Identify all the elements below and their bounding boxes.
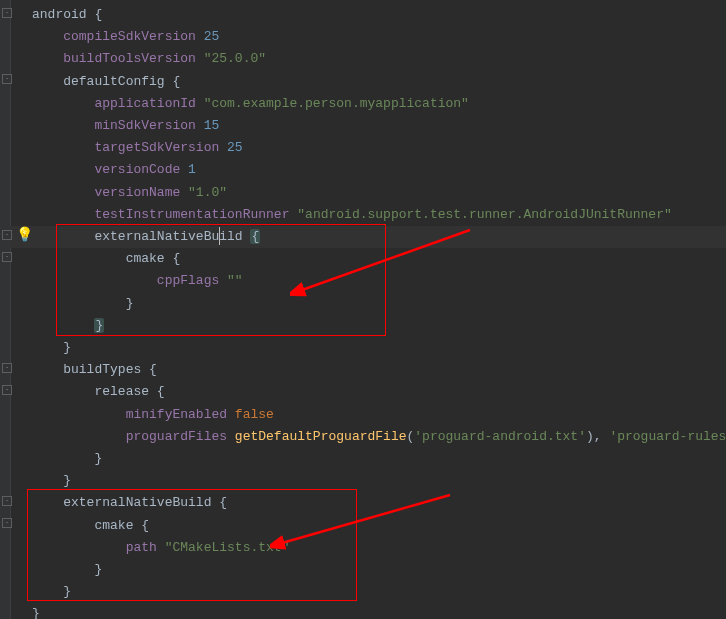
code-line[interactable]: testInstrumentationRunner "android.suppo… [32, 207, 672, 222]
code-line[interactable]: cmake { [32, 518, 149, 533]
code-line[interactable]: buildToolsVersion "25.0.0" [32, 51, 266, 66]
code-line[interactable]: } [32, 584, 71, 599]
fold-toggle[interactable]: - [2, 74, 12, 84]
code-line[interactable]: path "CMakeLists.txt" [32, 540, 289, 555]
code-line[interactable]: versionName "1.0" [32, 185, 227, 200]
code-editor[interactable]: android { compileSdkVersion 25 buildTool… [32, 4, 722, 619]
code-line[interactable]: } [32, 562, 102, 577]
code-line[interactable]: release { [32, 384, 165, 399]
intention-bulb-icon[interactable]: 💡 [16, 226, 30, 240]
code-line[interactable]: versionCode 1 [32, 162, 196, 177]
code-line[interactable]: externalNativeBuild { [32, 495, 227, 510]
code-line[interactable]: minifyEnabled false [32, 407, 274, 422]
fold-toggle[interactable]: - [2, 230, 12, 240]
code-line[interactable]: } [32, 340, 71, 355]
fold-toggle[interactable]: - [2, 385, 12, 395]
code-line[interactable]: proguardFiles getDefaultProguardFile('pr… [32, 429, 726, 444]
fold-toggle[interactable]: - [2, 518, 12, 528]
code-line[interactable]: } [32, 473, 71, 488]
fold-toggle[interactable]: - [2, 363, 12, 373]
code-line[interactable]: } [32, 451, 102, 466]
code-line[interactable]: minSdkVersion 15 [32, 118, 219, 133]
code-line[interactable]: buildTypes { [32, 362, 157, 377]
fold-toggle[interactable]: - [2, 252, 12, 262]
code-line[interactable]: defaultConfig { [32, 74, 180, 89]
code-line[interactable]: } [32, 296, 133, 311]
code-line[interactable]: } [32, 318, 104, 333]
code-line[interactable]: android { [32, 7, 102, 22]
fold-toggle[interactable]: - [2, 8, 12, 18]
code-line[interactable]: compileSdkVersion 25 [32, 29, 219, 44]
code-line[interactable]: targetSdkVersion 25 [32, 140, 243, 155]
code-line[interactable]: cppFlags "" [32, 273, 243, 288]
code-line[interactable]: cmake { [32, 251, 180, 266]
fold-toggle[interactable]: - [2, 496, 12, 506]
code-line[interactable]: } [32, 606, 40, 619]
code-line[interactable]: applicationId "com.example.person.myappl… [32, 96, 469, 111]
code-line[interactable]: externalNativeBuild { [32, 229, 260, 244]
